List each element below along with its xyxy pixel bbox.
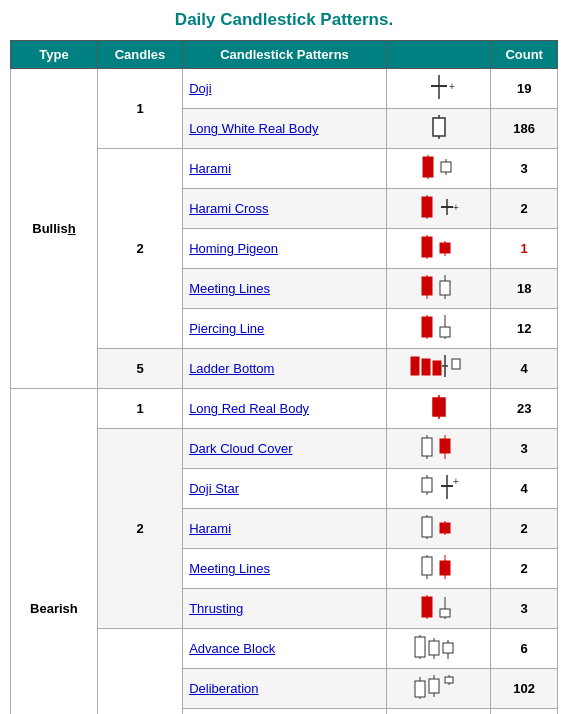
- count-cell: 2: [491, 509, 558, 549]
- svg-rect-43: [433, 398, 445, 416]
- svg-text:+: +: [453, 202, 459, 213]
- type-cell: Bearish: [11, 389, 98, 715]
- pattern-link[interactable]: Harami Cross: [189, 201, 268, 216]
- pattern-name-cell[interactable]: Advance Block: [183, 629, 387, 669]
- pattern-name-cell[interactable]: Thrusting: [183, 589, 387, 629]
- pattern-name-cell[interactable]: Long White Real Body: [183, 109, 387, 149]
- pattern-name-cell[interactable]: Piercing Line: [183, 309, 387, 349]
- col-header-count: Count: [491, 41, 558, 69]
- candlestick-table: Type Candles Candlestick Patterns Count …: [10, 40, 558, 714]
- count-cell: 23: [491, 389, 558, 429]
- pattern-name-cell[interactable]: Doji Star: [183, 469, 387, 509]
- pattern-link[interactable]: Meeting Lines: [189, 281, 270, 296]
- svg-rect-25: [422, 277, 432, 295]
- svg-rect-38: [433, 361, 441, 375]
- count-cell: 102: [491, 669, 558, 709]
- pattern-name-cell[interactable]: Dark Cloud Cover: [183, 429, 387, 469]
- svg-rect-7: [423, 157, 433, 177]
- type-cell: Bullish: [11, 69, 98, 389]
- count-cell: 18: [491, 269, 558, 309]
- col-header-candles: Candles: [97, 41, 182, 69]
- pattern-name-cell[interactable]: Harami Cross: [183, 189, 387, 229]
- pattern-link[interactable]: Ladder Bottom: [189, 361, 274, 376]
- pattern-name-cell[interactable]: Ladder Bottom: [183, 349, 387, 389]
- count-cell: 186: [491, 109, 558, 149]
- count-cell: 3: [491, 589, 558, 629]
- pattern-name-cell[interactable]: Doji: [183, 69, 387, 109]
- pattern-link[interactable]: Piercing Line: [189, 321, 264, 336]
- svg-rect-71: [422, 597, 432, 617]
- pattern-link[interactable]: Long Red Real Body: [189, 401, 309, 416]
- count-cell: 4: [491, 349, 558, 389]
- candles-cell: 5: [97, 349, 182, 389]
- count-cell: 7: [491, 709, 558, 715]
- pattern-icon-cell: [386, 389, 490, 429]
- pattern-icon-cell: [386, 269, 490, 309]
- pattern-icon-cell: [386, 149, 490, 189]
- count-cell: 3: [491, 149, 558, 189]
- page-title: Daily Candlestick Patterns.: [175, 10, 393, 30]
- pattern-name-cell[interactable]: Deliberation: [183, 669, 387, 709]
- svg-rect-59: [422, 517, 432, 537]
- svg-rect-91: [445, 677, 453, 683]
- pattern-name-cell[interactable]: Harami: [183, 149, 387, 189]
- pattern-link[interactable]: Deliberation: [189, 681, 258, 696]
- pattern-icon-cell: [386, 669, 490, 709]
- pattern-link[interactable]: Advance Block: [189, 641, 275, 656]
- candles-cell: 1: [97, 389, 182, 429]
- pattern-icon-cell: +: [386, 69, 490, 109]
- pattern-icon-cell: [386, 509, 490, 549]
- pattern-link[interactable]: Long White Real Body: [189, 121, 318, 136]
- svg-text:+: +: [449, 81, 455, 92]
- pattern-link[interactable]: Doji: [189, 81, 211, 96]
- pattern-icon-cell: [386, 549, 490, 589]
- pattern-name-cell[interactable]: Meeting Lines: [183, 269, 387, 309]
- candles-cell: 3: [97, 629, 182, 715]
- pattern-name-cell[interactable]: Downside Tasuki Gap: [183, 709, 387, 715]
- svg-rect-34: [440, 327, 450, 337]
- svg-rect-28: [440, 281, 450, 295]
- svg-rect-4: [433, 118, 445, 136]
- pattern-link[interactable]: Harami: [189, 521, 231, 536]
- svg-rect-68: [440, 561, 450, 575]
- pattern-link[interactable]: Thrusting: [189, 601, 243, 616]
- svg-rect-13: [422, 197, 432, 217]
- pattern-name-cell[interactable]: Harami: [183, 509, 387, 549]
- svg-text:+: +: [453, 476, 459, 487]
- pattern-icon-cell: [386, 229, 490, 269]
- pattern-name-cell[interactable]: Long Red Real Body: [183, 389, 387, 429]
- pattern-link[interactable]: Harami: [189, 161, 231, 176]
- svg-rect-37: [422, 359, 430, 375]
- pattern-link[interactable]: Dark Cloud Cover: [189, 441, 292, 456]
- candles-cell: 2: [97, 149, 182, 349]
- svg-rect-85: [415, 681, 425, 697]
- candles-cell: 1: [97, 69, 182, 149]
- count-cell: 6: [491, 629, 558, 669]
- svg-rect-88: [429, 679, 439, 693]
- svg-rect-82: [443, 643, 453, 653]
- svg-rect-52: [422, 478, 432, 492]
- svg-rect-41: [452, 359, 460, 369]
- svg-rect-19: [422, 237, 432, 257]
- col-header-type: Type: [11, 41, 98, 69]
- count-cell: 19: [491, 69, 558, 109]
- pattern-name-cell[interactable]: Homing Pigeon: [183, 229, 387, 269]
- pattern-icon-cell: +: [386, 469, 490, 509]
- pattern-icon-cell: [386, 629, 490, 669]
- svg-rect-10: [441, 162, 451, 172]
- count-cell: 2: [491, 189, 558, 229]
- pattern-link[interactable]: Homing Pigeon: [189, 241, 278, 256]
- pattern-link[interactable]: Meeting Lines: [189, 561, 270, 576]
- count-cell: 12: [491, 309, 558, 349]
- pattern-link[interactable]: Doji Star: [189, 481, 239, 496]
- col-header-icon: [386, 41, 490, 69]
- count-cell: 4: [491, 469, 558, 509]
- svg-rect-36: [411, 357, 419, 375]
- svg-rect-65: [422, 557, 432, 575]
- candles-cell: 2: [97, 429, 182, 629]
- pattern-name-cell[interactable]: Meeting Lines: [183, 549, 387, 589]
- svg-rect-62: [440, 523, 450, 533]
- table-row: Bearish1Long Red Real Body23: [11, 389, 558, 429]
- svg-rect-49: [440, 439, 450, 453]
- svg-rect-22: [440, 243, 450, 253]
